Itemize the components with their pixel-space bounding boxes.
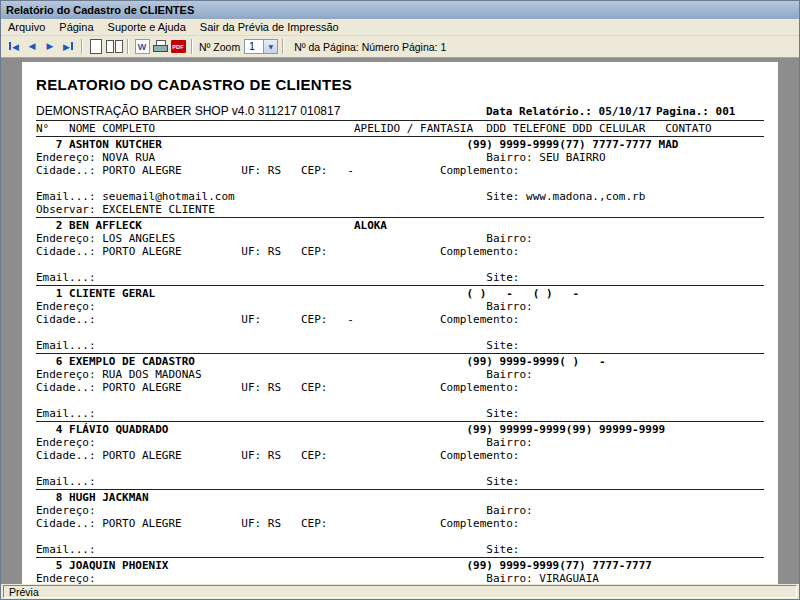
record-address-line: Endereço: Bairro: VIRAGUAIA xyxy=(36,572,764,584)
preview-area[interactable]: RELATORIO DO CADASTRO DE CLIENTES DEMONS… xyxy=(1,58,799,584)
menu-sair-previa[interactable]: Sair da Prévia de Impressão xyxy=(193,19,346,35)
report-subheader: DEMONSTRAÇÃO BARBER SHOP v4.0 311217 010… xyxy=(36,103,764,119)
previous-page-button[interactable]: ◀ xyxy=(23,38,41,56)
record-address-line: Endereço: LOS ANGELES Bairro: xyxy=(36,232,764,245)
single-page-view-button[interactable] xyxy=(87,38,105,56)
record-city-line: Cidade..: PORTO ALEGRE UF: RS CEP: Compl… xyxy=(36,381,764,394)
toolbar-separator xyxy=(127,39,129,54)
toolbar: ◀ ◀ ▶ ▶ W PDF Nº Zoom 1 xyxy=(1,36,799,58)
report-page: RELATORIO DO CADASTRO DE CLIENTES DEMONS… xyxy=(22,62,778,584)
record-address-line: Endereço: RUA DOS MADONAS Bairro: xyxy=(36,368,764,381)
record-divider xyxy=(36,557,764,558)
client-record: 6 EXEMPLO DE CADASTRO (99) 9999-9999( ) … xyxy=(36,355,764,422)
print-button[interactable] xyxy=(151,38,169,56)
last-page-button[interactable]: ▶ xyxy=(59,38,77,56)
two-pages-icon xyxy=(106,40,123,53)
client-record: 5 JOAQUIN PHOENIX (99) 9999-9999(77) 777… xyxy=(36,559,764,584)
record-name-phone-line: 2 BEN AFFLECK ALOKA xyxy=(36,219,764,232)
record-city-line: Cidade..: PORTO ALEGRE UF: RS CEP: - Com… xyxy=(36,164,764,177)
first-page-button[interactable]: ◀ xyxy=(5,38,23,56)
status-bar: Prévia xyxy=(1,584,799,599)
record-city-line: Cidade..: PORTO ALEGRE UF: RS CEP: Compl… xyxy=(36,449,764,462)
columns-header: N° NOME COMPLETO APELIDO / FANTASIA DDD … xyxy=(36,122,764,135)
record-city-line: Cidade..: UF: CEP: - Complemento: xyxy=(36,313,764,326)
client-record: 1 CLIENTE GERAL ( ) - ( ) - Endereço: Ba… xyxy=(36,287,764,354)
menu-suporte-ajuda[interactable]: Suporte e Ajuda xyxy=(101,19,193,35)
toolbar-separator xyxy=(191,39,193,54)
record-email-line: Email...: Site: xyxy=(36,475,764,488)
report-subtitle: DEMONSTRAÇÃO BARBER SHOP v4.0 311217 010… xyxy=(36,104,340,118)
record-address-line: Endereço: NOVA RUA Bairro: SEU BAIRRO xyxy=(36,151,764,164)
window-title: Relatório do Cadastro de CLIENTES xyxy=(6,4,194,16)
client-record: 4 FLÁVIO QUADRADO (99) 99999-9999(99) 99… xyxy=(36,423,764,490)
record-email-line: Email...: Site: xyxy=(36,271,764,284)
record-city-line: Cidade..: PORTO ALEGRE UF: RS CEP: Compl… xyxy=(36,517,764,530)
header-divider xyxy=(36,136,764,137)
record-name-phone-line: 7 ASHTON KUTCHER (99) 9999-9999(77) 7777… xyxy=(36,138,764,151)
zoom-select[interactable]: 1 ▼ xyxy=(244,39,278,54)
next-page-button[interactable]: ▶ xyxy=(41,38,59,56)
record-divider xyxy=(36,353,764,354)
menu-bar: Arquivo Página Suporte e Ajuda Sair da P… xyxy=(1,19,799,36)
app-window: Relatório do Cadastro de CLIENTES Arquiv… xyxy=(0,0,800,600)
record-name-phone-line: 4 FLÁVIO QUADRADO (99) 99999-9999(99) 99… xyxy=(36,423,764,436)
record-name-phone-line: 6 EXEMPLO DE CADASTRO (99) 9999-9999( ) … xyxy=(36,355,764,368)
menu-arquivo[interactable]: Arquivo xyxy=(1,19,52,35)
record-email-line: Email...: Site: xyxy=(36,407,764,420)
client-record: 7 ASHTON KUTCHER (99) 9999-9999(77) 7777… xyxy=(36,138,764,218)
record-city-line: Cidade..: PORTO ALEGRE UF: RS CEP: Compl… xyxy=(36,245,764,258)
printer-icon xyxy=(153,40,168,53)
header-divider xyxy=(36,120,764,121)
two-page-view-button[interactable] xyxy=(105,38,123,56)
export-word-button[interactable]: W xyxy=(133,38,151,56)
export-pdf-button[interactable]: PDF xyxy=(169,38,187,56)
client-record: 8 HUGH JACKMAN Endereço: Bairro: Cidade.… xyxy=(36,491,764,558)
zoom-label: Nº Zoom xyxy=(199,41,240,53)
record-notes-line: Observar: EXCELENTE CLIENTE xyxy=(36,203,764,216)
status-text: Prévia xyxy=(9,586,39,598)
record-divider xyxy=(36,489,764,490)
zoom-value: 1 xyxy=(245,40,263,53)
title-bar: Relatório do Cadastro de CLIENTES xyxy=(1,1,799,19)
report-title: RELATORIO DO CADASTRO DE CLIENTES xyxy=(36,76,764,93)
menu-pagina[interactable]: Página xyxy=(52,19,100,35)
report-date: Data Relatório.: 05/10/17 xyxy=(486,105,652,118)
record-divider xyxy=(36,217,764,218)
toolbar-separator xyxy=(282,39,284,54)
page-number-info: Nº da Página: Número Página: 1 xyxy=(294,41,446,53)
record-email-line: Email...: seuemail@hotmail.com Site: www… xyxy=(36,190,764,203)
status-panel: Prévia xyxy=(3,585,797,598)
report-page-number: Pagina.: 001 xyxy=(656,105,735,118)
zoom-dropdown-button[interactable]: ▼ xyxy=(263,40,277,53)
record-name-phone-line: 1 CLIENTE GERAL ( ) - ( ) - xyxy=(36,287,764,300)
record-divider xyxy=(36,421,764,422)
last-page-icon: ▶ xyxy=(63,42,73,52)
previous-page-icon: ◀ xyxy=(29,42,36,51)
record-address-line: Endereço: Bairro: xyxy=(36,300,764,313)
single-page-icon xyxy=(90,39,102,54)
record-address-line: Endereço: Bairro: xyxy=(36,504,764,517)
record-email-line: Email...: Site: xyxy=(36,543,764,556)
pdf-icon: PDF xyxy=(171,40,186,53)
client-record: 2 BEN AFFLECK ALOKA Endereço: LOS ANGELE… xyxy=(36,219,764,286)
next-page-icon: ▶ xyxy=(47,42,54,51)
first-page-icon: ◀ xyxy=(9,42,19,52)
record-name-phone-line: 8 HUGH JACKMAN xyxy=(36,491,764,504)
record-divider xyxy=(36,285,764,286)
record-email-line: Email...: Site: xyxy=(36,339,764,352)
toolbar-separator xyxy=(81,39,83,54)
word-icon: W xyxy=(135,39,150,54)
record-name-phone-line: 5 JOAQUIN PHOENIX (99) 9999-9999(77) 777… xyxy=(36,559,764,572)
record-address-line: Endereço: Bairro: xyxy=(36,436,764,449)
chevron-down-icon: ▼ xyxy=(268,43,273,50)
